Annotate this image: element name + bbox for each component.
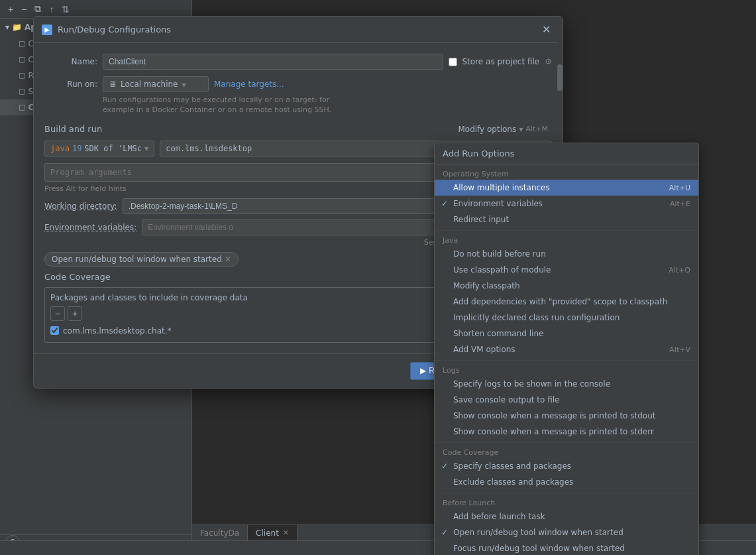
aro-item-label: Focus run/debug tool window when started <box>453 544 625 553</box>
copy-config-button[interactable]: ⧉ <box>32 2 44 16</box>
folder-icon: 📁 <box>12 20 22 34</box>
aro-shortcut: Alt+U <box>669 184 690 192</box>
tab-label: Client <box>256 528 279 538</box>
sdk-select[interactable]: java 19 SDK of 'LMSc <box>44 141 154 156</box>
aro-coverage-label: Code Coverage <box>435 446 698 458</box>
file-icon: ▢ <box>19 85 25 98</box>
aro-item-label: Modify classpath <box>453 281 520 290</box>
aro-section-logs: Logs Specify logs to be shown in the con… <box>435 361 698 443</box>
run-on-row: Run on: 🖥 Local machine Manage targets..… <box>44 76 552 92</box>
aro-section-before-launch: Before Launch Add before launch task ✓ O… <box>435 493 698 555</box>
name-input[interactable] <box>103 54 443 70</box>
aro-item-implicitly-declared[interactable]: Implicitly declared class run configurat… <box>435 310 698 326</box>
open-tool-window-tag: Open run/debug tool window when started … <box>44 252 239 267</box>
checkmark-icon: ✓ <box>441 462 448 471</box>
aro-header: Add Run Options <box>435 143 698 164</box>
aro-item-add-dependencies[interactable]: Add dependencies with "provided" scope t… <box>435 294 698 310</box>
store-as-project-checkbox[interactable] <box>449 58 457 66</box>
file-icon: ▢ <box>19 53 25 66</box>
modify-options-chevron <box>519 125 523 133</box>
coverage-remove-button[interactable]: − <box>50 306 65 321</box>
coverage-item-checkbox[interactable] <box>50 326 59 335</box>
run-on-value: Local machine <box>121 80 178 89</box>
checkmark-icon: ✓ <box>441 199 448 208</box>
aro-item-allow-multiple[interactable]: Allow multiple instances Alt+U <box>435 180 698 196</box>
working-dir-label: Working directory: <box>44 202 117 211</box>
sdk-number: 19 <box>72 144 81 153</box>
tab-facultydata[interactable]: FacultyDa <box>192 525 248 541</box>
dialog-titlebar: ▶ Run/Debug Configurations ✕ <box>34 17 563 43</box>
aro-item-label: Environment variables <box>453 199 543 208</box>
tab-client[interactable]: Client ✕ <box>248 525 297 541</box>
aro-item-label: Add before launch task <box>453 512 545 521</box>
coverage-item-label: com.lms.lmsdesktop.chat.* <box>63 326 172 336</box>
build-run-title: Build and run <box>44 124 102 134</box>
aro-item-label: Specify logs to be shown in the console <box>453 379 610 389</box>
aro-item-focus-tool-window[interactable]: Focus run/debug tool window when started <box>435 540 698 555</box>
aro-item-add-vm[interactable]: Add VM options Alt+V <box>435 341 698 357</box>
aro-item-modify-classpath[interactable]: Modify classpath <box>435 278 698 294</box>
coverage-add-button[interactable]: + <box>68 306 82 321</box>
aro-item-label: Exclude classes and packages <box>453 477 573 487</box>
run-on-chevron <box>182 81 186 88</box>
aro-item-label: Show console when a message is printed t… <box>453 411 656 420</box>
dialog-title-container: ▶ Run/Debug Configurations <box>42 25 171 35</box>
sdk-chevron <box>144 145 148 152</box>
aro-item-label: Use classpath of module <box>453 265 551 275</box>
aro-item-label: Add dependencies with "provided" scope t… <box>453 297 667 306</box>
aro-item-redirect-input[interactable]: Redirect input <box>435 212 698 227</box>
manage-targets-link[interactable]: Manage targets... <box>214 80 284 89</box>
run-play-icon: ▶ <box>420 366 426 375</box>
run-on-label: Run on: <box>44 80 97 89</box>
aro-item-label: Show console when a message is printed t… <box>453 427 654 436</box>
aro-item-label: Redirect input <box>453 215 509 224</box>
add-config-button[interactable]: + <box>5 3 16 16</box>
aro-shortcut: Alt+E <box>670 200 690 208</box>
sort-button[interactable]: ⇅ <box>59 3 72 16</box>
aro-item-exclude-classes[interactable]: Exclude classes and packages <box>435 474 698 490</box>
file-icon: ▢ <box>19 101 25 114</box>
aro-item-label: Shorten command line <box>453 329 543 338</box>
run-on-select[interactable]: 🖥 Local machine <box>103 76 209 92</box>
aro-item-no-build[interactable]: Do not build before run <box>435 246 698 262</box>
aro-item-show-stderr[interactable]: Show console when a message is printed t… <box>435 424 698 440</box>
aro-section-java: Java Do not build before run Use classpa… <box>435 231 698 361</box>
aro-item-specify-logs[interactable]: Specify logs to be shown in the console <box>435 376 698 392</box>
aro-item-add-before-launch[interactable]: Add before launch task <box>435 509 698 524</box>
aro-item-label: Add VM options <box>453 345 515 354</box>
aro-item-shorten-cmd[interactable]: Shorten command line <box>435 326 698 341</box>
aro-logs-label: Logs <box>435 363 698 376</box>
remove-config-button[interactable]: − <box>19 3 29 16</box>
close-dialog-button[interactable]: ✕ <box>538 22 555 37</box>
aro-item-show-stdout[interactable]: Show console when a message is printed t… <box>435 408 698 424</box>
aro-item-save-console[interactable]: Save console output to file <box>435 392 698 408</box>
aro-item-env-vars[interactable]: ✓ Environment variables Alt+E <box>435 196 698 212</box>
aro-item-use-classpath[interactable]: Use classpath of module Alt+O <box>435 262 698 278</box>
dialog-title-text: Run/Debug Configurations <box>58 25 171 34</box>
modify-options-button[interactable]: Modify options Alt+M <box>454 123 552 135</box>
aro-item-open-tool-window[interactable]: ✓ Open run/debug tool window when starte… <box>435 524 698 540</box>
modify-options-label: Modify options <box>458 125 516 134</box>
scroll-thumb[interactable] <box>557 64 563 91</box>
tag-close-button[interactable]: ✕ <box>225 255 231 264</box>
aro-section-coverage: Code Coverage ✓ Specify classes and pack… <box>435 443 698 493</box>
gear-icon: ⚙ <box>545 57 552 66</box>
aro-section-os: Operating System Allow multiple instance… <box>435 164 698 231</box>
aro-item-label: Open run/debug tool window when started <box>453 528 623 537</box>
name-label: Name: <box>44 57 97 66</box>
aro-item-label: Implicitly declared class run configurat… <box>453 313 620 322</box>
sdk-text: SDK of 'LMSc <box>84 144 142 153</box>
store-as-project-label: Store as project file <box>462 57 540 66</box>
aro-item-specify-classes[interactable]: ✓ Specify classes and packages <box>435 458 698 474</box>
aro-item-label: Specify classes and packages <box>453 462 571 471</box>
name-row: Name: Store as project file ⚙ <box>44 54 552 70</box>
move-up-button[interactable]: ↑ <box>46 3 56 16</box>
tree-expand-icon: ▾ <box>5 20 9 34</box>
tag-label: Open run/debug tool window when started <box>52 255 222 264</box>
sdk-keyword: java <box>50 144 70 153</box>
aro-shortcut: Alt+V <box>669 345 690 354</box>
aro-java-label: Java <box>435 233 698 246</box>
add-run-options-popup: Add Run Options Operating System Allow m… <box>434 143 699 555</box>
aro-before-launch-label: Before Launch <box>435 496 698 509</box>
tab-close-icon[interactable]: ✕ <box>283 528 289 537</box>
